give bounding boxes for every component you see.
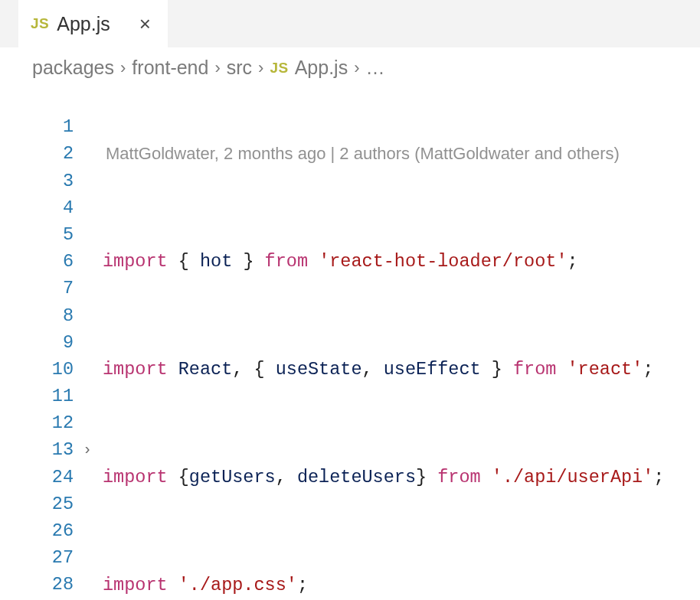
chevron-right-icon: › (120, 58, 126, 78)
line-number: 28 (0, 571, 74, 598)
line-number: 24 (0, 464, 74, 491)
code-line[interactable]: import './app.css'; (103, 572, 700, 598)
line-number-gutter: 1 2 3 4 5 6 7 8 9 10 11 12 13 24 25 26 2… (0, 86, 83, 600)
code-content[interactable]: MattGoldwater, 2 months ago | 2 authors … (103, 86, 700, 600)
fold-collapsed-icon[interactable]: › (83, 436, 92, 463)
line-number: 8 (0, 302, 74, 329)
line-number: 5 (0, 221, 74, 248)
breadcrumb-segment[interactable]: src (227, 57, 252, 79)
codelens-annotation[interactable]: MattGoldwater, 2 months ago | 2 authors … (103, 140, 700, 167)
chevron-right-icon: › (354, 58, 359, 78)
code-line[interactable]: import {getUsers, deleteUsers} from './a… (103, 464, 700, 491)
chevron-right-icon: › (214, 58, 220, 78)
code-editor[interactable]: 1 2 3 4 5 6 7 8 9 10 11 12 13 24 25 26 2… (0, 85, 700, 600)
line-number: 12 (0, 409, 74, 436)
chevron-right-icon: › (258, 58, 263, 78)
line-number: 6 (0, 248, 74, 275)
breadcrumb-segment[interactable]: front-end (132, 57, 208, 79)
fold-gutter: › (83, 86, 103, 600)
line-number: 9 (0, 329, 74, 356)
js-file-icon: JS (270, 60, 288, 77)
js-file-icon: JS (31, 15, 49, 32)
line-number: 7 (0, 275, 74, 302)
breadcrumb-file[interactable]: App.js (295, 57, 348, 79)
tab-filename: App.js (57, 13, 110, 35)
line-number: 2 (0, 140, 74, 167)
breadcrumb: packages › front-end › src › JS App.js ›… (0, 47, 700, 85)
line-number: 25 (0, 491, 74, 517)
line-number: 1 (0, 113, 74, 140)
line-number: 4 (0, 194, 74, 221)
tab-bar: JS App.js × (0, 0, 700, 47)
tab-app-js[interactable]: JS App.js × (18, 0, 168, 47)
line-number: 10 (0, 356, 74, 383)
line-number: 27 (0, 544, 74, 571)
code-line[interactable]: import React, { useState, useEffect } fr… (103, 356, 700, 383)
breadcrumb-more[interactable]: … (365, 57, 385, 79)
code-line[interactable]: import { hot } from 'react-hot-loader/ro… (103, 248, 700, 275)
line-number: 3 (0, 168, 74, 194)
close-icon[interactable]: × (139, 12, 151, 36)
line-number: 26 (0, 517, 74, 544)
line-number: 11 (0, 383, 74, 409)
line-number: 13 (0, 436, 74, 463)
breadcrumb-segment[interactable]: packages (32, 57, 114, 79)
